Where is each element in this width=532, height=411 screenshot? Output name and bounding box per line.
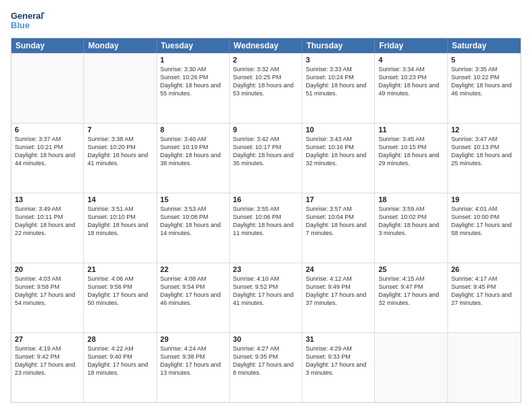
day-number: 12 [451,126,517,134]
cell-info: Sunrise: 3:47 AMSunset: 10:13 PMDaylight… [451,135,517,168]
day-number: 27 [15,335,80,343]
cell-info: Sunrise: 3:37 AMSunset: 10:21 PMDaylight… [15,135,80,168]
cell-info: Sunrise: 4:22 AMSunset: 9:40 PMDaylight:… [87,345,152,377]
cell-info: Sunrise: 4:06 AMSunset: 9:56 PMDaylight:… [87,275,152,308]
calendar-cell: 5Sunrise: 3:35 AMSunset: 10:22 PMDayligh… [448,54,521,123]
header: General Blue [11,8,521,32]
calendar-cell: 19Sunrise: 4:01 AMSunset: 10:00 PMDaylig… [448,193,521,263]
day-header-wednesday: Wednesday [230,38,302,53]
svg-text:Blue: Blue [11,20,30,30]
day-number: 26 [451,265,517,273]
day-number: 15 [161,195,226,203]
cell-info: Sunrise: 3:38 AMSunset: 10:20 PMDaylight… [87,135,152,168]
day-number: 25 [378,265,443,273]
cell-info: Sunrise: 4:03 AMSunset: 9:58 PMDaylight:… [15,275,80,308]
cell-info: Sunrise: 4:10 AMSunset: 9:52 PMDaylight:… [233,275,298,308]
day-number: 1 [161,56,226,64]
page: General Blue SundayMondayTuesdayWednesda… [0,0,532,411]
day-number: 28 [87,335,152,343]
calendar-cell: 20Sunrise: 4:03 AMSunset: 9:58 PMDayligh… [11,263,84,332]
cell-info: Sunrise: 4:08 AMSunset: 9:54 PMDaylight:… [161,275,226,308]
day-number: 13 [15,195,80,203]
calendar-cell: 30Sunrise: 4:27 AMSunset: 9:35 PMDayligh… [230,333,302,402]
calendar-week-2: 6Sunrise: 3:37 AMSunset: 10:21 PMDayligh… [11,123,521,193]
day-number: 11 [378,126,443,134]
calendar-cell [448,333,521,402]
day-header-saturday: Saturday [448,38,521,53]
day-number: 7 [87,126,152,134]
day-number: 3 [306,56,371,64]
day-number: 24 [306,265,371,273]
calendar: SundayMondayTuesdayWednesdayThursdayFrid… [11,38,521,403]
calendar-cell [11,54,84,123]
calendar-cell: 29Sunrise: 4:24 AMSunset: 9:38 PMDayligh… [157,333,230,402]
day-number: 4 [378,56,443,64]
calendar-cell: 17Sunrise: 3:57 AMSunset: 10:04 PMDaylig… [302,193,375,263]
calendar-cell: 18Sunrise: 3:59 AMSunset: 10:02 PMDaylig… [375,193,447,263]
cell-info: Sunrise: 3:42 AMSunset: 10:17 PMDaylight… [233,135,298,168]
calendar-week-5: 27Sunrise: 4:19 AMSunset: 9:42 PMDayligh… [11,332,521,402]
day-number: 19 [451,195,517,203]
cell-info: Sunrise: 4:29 AMSunset: 9:33 PMDaylight:… [306,345,371,377]
calendar-cell: 26Sunrise: 4:17 AMSunset: 9:45 PMDayligh… [448,263,521,332]
cell-info: Sunrise: 3:43 AMSunset: 10:16 PMDaylight… [306,135,371,168]
day-number: 9 [233,126,298,134]
day-header-monday: Monday [84,38,157,53]
calendar-cell [84,54,157,123]
logo-svg: General Blue [11,8,44,32]
cell-info: Sunrise: 3:30 AMSunset: 10:26 PMDaylight… [161,65,226,98]
calendar-cell: 25Sunrise: 4:15 AMSunset: 9:47 PMDayligh… [375,263,447,332]
cell-info: Sunrise: 3:57 AMSunset: 10:04 PMDaylight… [306,205,371,238]
cell-info: Sunrise: 4:15 AMSunset: 9:47 PMDaylight:… [378,275,443,308]
calendar-cell: 27Sunrise: 4:19 AMSunset: 9:42 PMDayligh… [11,333,84,402]
day-header-tuesday: Tuesday [157,38,230,53]
cell-info: Sunrise: 3:49 AMSunset: 10:11 PMDaylight… [15,205,80,238]
calendar-cell: 31Sunrise: 4:29 AMSunset: 9:33 PMDayligh… [302,333,375,402]
cell-info: Sunrise: 4:19 AMSunset: 9:42 PMDaylight:… [15,345,80,377]
day-number: 23 [233,265,298,273]
cell-info: Sunrise: 3:34 AMSunset: 10:23 PMDaylight… [378,65,443,98]
day-header-sunday: Sunday [11,38,84,53]
calendar-cell: 16Sunrise: 3:55 AMSunset: 10:06 PMDaylig… [230,193,302,263]
calendar-cell: 6Sunrise: 3:37 AMSunset: 10:21 PMDayligh… [11,124,84,193]
cell-info: Sunrise: 3:40 AMSunset: 10:19 PMDaylight… [161,135,226,168]
calendar-cell: 9Sunrise: 3:42 AMSunset: 10:17 PMDayligh… [230,124,302,193]
cell-info: Sunrise: 4:17 AMSunset: 9:45 PMDaylight:… [451,275,517,308]
calendar-week-3: 13Sunrise: 3:49 AMSunset: 10:11 PMDaylig… [11,193,521,263]
day-number: 8 [161,126,226,134]
cell-info: Sunrise: 3:35 AMSunset: 10:22 PMDaylight… [451,65,517,98]
day-number: 29 [161,335,226,343]
day-number: 2 [233,56,298,64]
calendar-body: 1Sunrise: 3:30 AMSunset: 10:26 PMDayligh… [11,53,521,402]
day-number: 16 [233,195,298,203]
cell-info: Sunrise: 3:51 AMSunset: 10:10 PMDaylight… [87,205,152,238]
day-number: 6 [15,126,80,134]
cell-info: Sunrise: 4:12 AMSunset: 9:49 PMDaylight:… [306,275,371,308]
calendar-cell: 23Sunrise: 4:10 AMSunset: 9:52 PMDayligh… [230,263,302,332]
calendar-cell: 7Sunrise: 3:38 AMSunset: 10:20 PMDayligh… [84,124,157,193]
cell-info: Sunrise: 3:59 AMSunset: 10:02 PMDaylight… [378,205,443,238]
cell-info: Sunrise: 3:53 AMSunset: 10:08 PMDaylight… [161,205,226,238]
day-header-thursday: Thursday [302,38,375,53]
calendar-cell: 3Sunrise: 3:33 AMSunset: 10:24 PMDayligh… [302,54,375,123]
day-number: 22 [161,265,226,273]
calendar-week-4: 20Sunrise: 4:03 AMSunset: 9:58 PMDayligh… [11,263,521,332]
cell-info: Sunrise: 3:32 AMSunset: 10:25 PMDaylight… [233,65,298,98]
day-number: 30 [233,335,298,343]
day-number: 17 [306,195,371,203]
calendar-cell: 1Sunrise: 3:30 AMSunset: 10:26 PMDayligh… [157,54,230,123]
calendar-cell: 11Sunrise: 3:45 AMSunset: 10:15 PMDaylig… [375,124,447,193]
day-number: 31 [306,335,371,343]
calendar-cell [375,333,447,402]
calendar-cell: 8Sunrise: 3:40 AMSunset: 10:19 PMDayligh… [157,124,230,193]
cell-info: Sunrise: 3:55 AMSunset: 10:06 PMDaylight… [233,205,298,238]
calendar-cell: 21Sunrise: 4:06 AMSunset: 9:56 PMDayligh… [84,263,157,332]
calendar-header-row: SundayMondayTuesdayWednesdayThursdayFrid… [11,38,521,53]
cell-info: Sunrise: 4:27 AMSunset: 9:35 PMDaylight:… [233,345,298,377]
calendar-cell: 12Sunrise: 3:47 AMSunset: 10:13 PMDaylig… [448,124,521,193]
calendar-cell: 28Sunrise: 4:22 AMSunset: 9:40 PMDayligh… [84,333,157,402]
cell-info: Sunrise: 3:33 AMSunset: 10:24 PMDaylight… [306,65,371,98]
calendar-cell: 24Sunrise: 4:12 AMSunset: 9:49 PMDayligh… [302,263,375,332]
day-number: 10 [306,126,371,134]
calendar-cell: 22Sunrise: 4:08 AMSunset: 9:54 PMDayligh… [157,263,230,332]
